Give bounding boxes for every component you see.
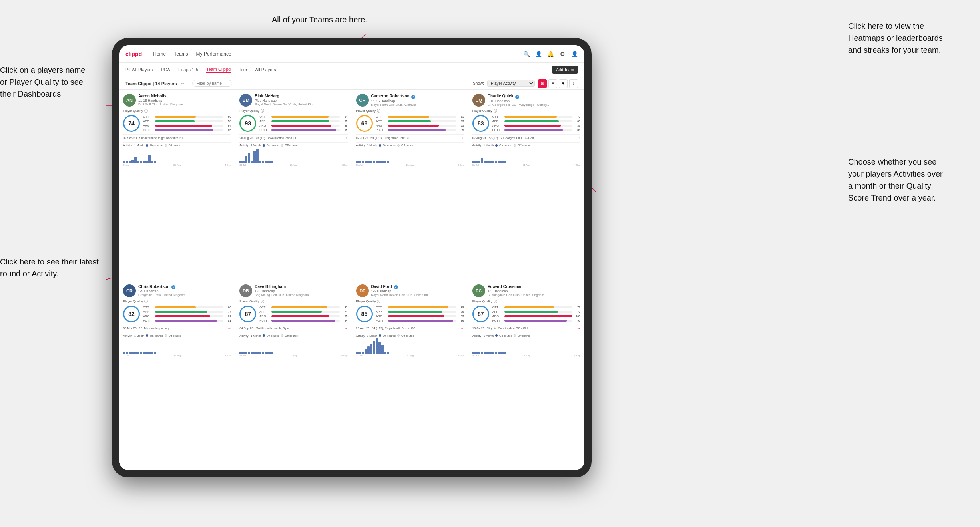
activity-section: Activity · 1 Month On course Off course	[356, 333, 464, 357]
quality-label: Player Quality i	[472, 300, 580, 303]
last-round[interactable]: 02 Jul 23 · 59 (+17), Craigmillar Park G…	[356, 134, 464, 140]
show-select[interactable]: Player Activity Quality Score Trend	[487, 80, 535, 87]
player-handicap: 11-15 Handicap	[371, 99, 464, 103]
annotation-bottom-right: Choose whether you see your players Acti…	[848, 156, 968, 204]
avatar: DB	[239, 284, 252, 297]
player-card-charlie[interactable]: CQ Charlie Quick ✓ 6-10 Handicap St. Geo…	[468, 90, 584, 280]
player-name: David Ford ✓	[371, 284, 464, 290]
tab-tour[interactable]: Tour	[239, 67, 247, 73]
verified-badge: ✓	[394, 285, 398, 289]
quality-section: 87 OTT73 APP79 ARG103 PUTT92	[472, 306, 580, 322]
player-card-dave[interactable]: DB Dave Billingham 1-5 Handicap Sag Main…	[235, 280, 351, 471]
notification-icon[interactable]: 🔔	[547, 50, 554, 58]
player-header: CQ Charlie Quick ✓ 6-10 Handicap St. Geo…	[472, 94, 580, 107]
player-handicap: 6-10 Handicap	[488, 99, 580, 103]
players-grid: AN Aaron Nicholls 11-15 Handicap Drift G…	[119, 90, 584, 470]
player-name: Edward Crossman	[488, 284, 580, 289]
player-handicap: 1-5 Handicap	[488, 289, 580, 293]
annotation-left-1: Click on a players name or Player Qualit…	[0, 64, 106, 100]
search-icon[interactable]: 🔍	[523, 50, 530, 58]
top-nav: clippd Home Teams My Performance 🔍 👤 🔔 ⚙…	[119, 45, 584, 63]
edit-icon[interactable]: ✏	[181, 82, 184, 86]
activity-section: Activity · 1 Month On course Off course	[123, 142, 231, 166]
last-round[interactable]: 07 Aug 23 · 77 (+7), St George's Hill GC…	[472, 134, 580, 140]
quality-score: 74	[123, 115, 140, 132]
info-icon: i	[261, 300, 264, 303]
player-name: Cameron Robertson ✓	[371, 94, 464, 99]
avatar-icon[interactable]: 👤	[571, 50, 578, 58]
last-round[interactable]: 26 Aug 23 · 84 (+12), Royal North Devon …	[356, 325, 464, 330]
stats-grid: OTT61 APP63 ARG75 PUTT85	[376, 115, 464, 132]
avatar: AN	[123, 94, 136, 107]
player-card-blair[interactable]: BM Blair McHarg Plus Handicap Royal Nort…	[235, 90, 351, 280]
player-club: Royal North Devon Golf Club, United Kin.…	[255, 103, 347, 106]
stats-grid: OTT73 APP79 ARG103 PUTT92	[492, 306, 580, 322]
info-icon: i	[494, 109, 497, 113]
add-team-button[interactable]: Add Team	[552, 66, 578, 74]
player-card-cameron[interactable]: CR Cameron Robertson ✓ 11-15 Handicap Ro…	[352, 90, 468, 280]
annotation-top: All of your Teams are here.	[272, 14, 367, 25]
tab-pga[interactable]: PGA	[161, 67, 170, 73]
info-icon: i	[377, 300, 380, 303]
player-card-edward[interactable]: EC Edward Crossman 1-5 Handicap Sunningd…	[468, 280, 584, 471]
player-handicap: 1-5 Handicap	[371, 289, 464, 293]
player-club: Sag Maing Golf Club, United Kingdom	[255, 293, 347, 297]
last-round[interactable]: 04 Sep 23 · Mobility with coach, Gym →	[239, 325, 347, 330]
quality-label: Player Quality i	[239, 109, 347, 113]
annotation-top-right: Click here to view the Heatmaps or leade…	[848, 20, 960, 56]
stats-grid: OTT82 APP74 ARG85 PUTT94	[259, 306, 347, 322]
annotation-left-2: Click here to see their latest round or …	[0, 256, 106, 280]
profile-icon[interactable]: 👤	[535, 50, 542, 58]
quality-score: 93	[239, 115, 256, 132]
quality-label: Player Quality i	[123, 109, 231, 113]
last-round[interactable]: 26 Aug 23 · 73 (+1), Royal North Devon G…	[239, 134, 347, 140]
quality-label: Player Quality i	[356, 300, 464, 303]
player-name: Chris Robertson ✓	[138, 284, 231, 290]
verified-badge: ✓	[171, 285, 175, 289]
nav-my-performance[interactable]: My Performance	[196, 51, 231, 57]
player-club: Craigmillar Park, United Kingdom	[138, 293, 231, 297]
player-filter-input[interactable]	[192, 80, 232, 87]
nav-teams[interactable]: Teams	[174, 51, 188, 57]
last-round[interactable]: 02 Sep 23 · Sunset round to get back int…	[123, 134, 231, 140]
player-club: Royal Perth Golf Club, Australia	[371, 103, 464, 107]
player-header: CR Chris Robertson ✓ 1-5 Handicap Craigm…	[123, 284, 231, 297]
nav-home[interactable]: Home	[153, 51, 166, 57]
team-header-right: Show: Player Activity Quality Score Tren…	[473, 79, 578, 88]
activity-section: Activity · 1 Month On course Off course	[239, 333, 347, 357]
quality-score: 87	[239, 306, 256, 322]
player-info: Charlie Quick ✓ 6-10 Handicap St. George…	[488, 94, 580, 107]
last-round[interactable]: 05 Mar 23 · 19, Must make putting →	[123, 325, 231, 330]
quality-score: 87	[472, 306, 489, 322]
player-card-aaron[interactable]: AN Aaron Nicholls 11-15 Handicap Drift G…	[119, 90, 235, 280]
quality-label: Player Quality i	[239, 300, 347, 303]
settings-icon[interactable]: ⚙	[559, 50, 566, 58]
table-view-icon[interactable]: ≡	[548, 79, 557, 88]
player-handicap: 1-5 Handicap	[138, 289, 231, 293]
quality-score: 68	[356, 115, 373, 132]
column-settings-icon[interactable]: ↕	[569, 79, 578, 88]
quality-label: Player Quality i	[472, 109, 580, 113]
player-header: EC Edward Crossman 1-5 Handicap Sunningd…	[472, 284, 580, 297]
stats-grid: OTT60 APP58 ARG84 PUTT85	[143, 115, 231, 132]
activity-section: Activity · 1 Month On course Off course	[123, 333, 231, 357]
player-card-david[interactable]: DF David Ford ✓ 1-5 Handicap Royal North…	[352, 280, 468, 471]
player-card-chris[interactable]: CR Chris Robertson ✓ 1-5 Handicap Craigm…	[119, 280, 235, 471]
quality-section: 85 OTT89 APP80 ARG83 PUTT96	[356, 306, 464, 322]
player-club: Drift Golf Club, United Kingdom	[138, 103, 231, 106]
activity-section: Activity · 1 Month On course Off course	[472, 142, 580, 166]
avatar: CR	[123, 284, 136, 297]
tab-hcaps[interactable]: Hcaps 1-5	[178, 67, 198, 73]
grid-view-icon[interactable]: ⊞	[538, 79, 547, 88]
quality-section: 87 OTT82 APP74 ARG85 PUTT94	[239, 306, 347, 322]
stats-grid: OTT60 APP77 ARG81 PUTT91	[143, 306, 231, 322]
filter-icon[interactable]: ▼	[559, 79, 568, 88]
quality-label: Player Quality i	[123, 300, 231, 303]
info-icon: i	[261, 109, 264, 113]
last-round[interactable]: 18 Jul 23 · 74 (+4), Sunningdale GC - Ol…	[472, 325, 580, 330]
view-icons: ⊞ ≡ ▼ ↕	[538, 79, 578, 88]
tab-all-players[interactable]: All Players	[255, 67, 276, 73]
team-title: Team Clippd | 14 Players	[125, 81, 177, 86]
tab-team-clippd[interactable]: Team Clippd	[206, 67, 231, 73]
tab-pgat-players[interactable]: PGAT Players	[125, 67, 153, 73]
